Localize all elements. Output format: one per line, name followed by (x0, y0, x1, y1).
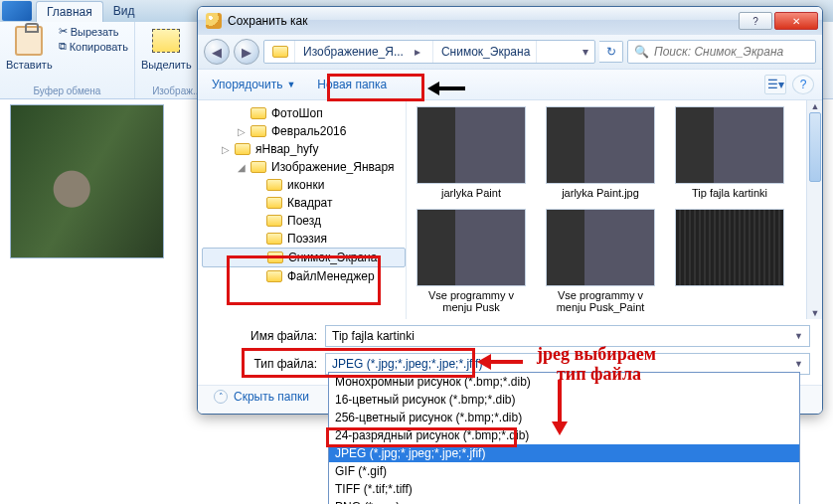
dialog-titlebar[interactable]: Сохранить как ? ✕ (198, 7, 822, 35)
folder-icon (266, 233, 282, 245)
file-thumbnail[interactable]: jarlyka Paint (413, 106, 530, 199)
tree-item[interactable]: Поезд (202, 212, 406, 230)
scroll-thumb[interactable] (809, 112, 821, 182)
tree-item[interactable]: ФотоШоп (202, 104, 406, 122)
search-input[interactable] (654, 45, 809, 59)
tree-item-label: Поезд (287, 214, 321, 228)
thumbnail-image (546, 209, 655, 286)
tree-item-label: яНвар_hyfy (255, 142, 318, 156)
folder-icon (266, 270, 282, 282)
cut-button[interactable]: ✂Вырезать (59, 25, 128, 38)
tree-item[interactable]: Квадрат (202, 194, 406, 212)
tree-item[interactable]: ФайлМенеджер (202, 267, 406, 285)
filetype-value: JPEG (*.jpg;*.jpeg;*.jpe;*.jfif) (332, 357, 482, 371)
paste-button[interactable]: Вставить (6, 25, 53, 71)
filetype-option[interactable]: PNG (*.png) (329, 498, 799, 504)
folder-icon (250, 125, 266, 137)
filetype-label: Тип файла: (238, 357, 317, 371)
paint-canvas-image[interactable] (10, 104, 164, 258)
chevron-up-icon: ˄ (214, 390, 228, 404)
hide-folders-label: Скрыть папки (234, 390, 309, 404)
folder-icon (250, 161, 266, 173)
file-thumbnail[interactable]: jarlyka Paint.jpg (542, 106, 659, 199)
refresh-icon: ↻ (606, 45, 616, 59)
tree-item[interactable]: Поэзия (202, 230, 406, 248)
file-thumbnail[interactable]: Tip fajla kartinki (671, 106, 788, 199)
clipboard-group-label: Буфер обмена (33, 85, 100, 96)
filetype-option[interactable]: GIF (*.gif) (329, 462, 799, 480)
nav-back-button[interactable]: ◀ (204, 39, 230, 65)
select-button[interactable]: Выделить (141, 25, 192, 71)
breadcrumb-seg-1[interactable]: Изображение_Я... (303, 45, 404, 59)
paint-icon (206, 13, 222, 29)
clipboard-icon (15, 26, 43, 56)
tree-item-label: иконки (287, 178, 324, 192)
search-icon: 🔍 (634, 45, 649, 59)
chevron-down-icon[interactable]: ▼ (794, 331, 803, 341)
thumbnail-label: Vse programmy v menju Pusk (413, 289, 530, 313)
tree-item-label: Поэзия (287, 232, 327, 246)
copy-icon: ⧉ (59, 40, 67, 53)
tree-item[interactable]: ▷яНвар_hyfy (202, 140, 406, 158)
file-thumbnail[interactable]: Vse programmy v menju Pusk (413, 209, 530, 313)
new-folder-button[interactable]: Новая папка (311, 75, 393, 94)
file-thumbnail-pane[interactable]: jarlyka Paintjarlyka Paint.jpgTip fajla … (407, 100, 822, 319)
folder-tree[interactable]: ФотоШоп▷Февраль2016▷яНвар_hyfy◢Изображен… (198, 100, 407, 319)
tree-item-label: ФайлМенеджер (287, 269, 375, 283)
image-group-label: Изображ... (152, 85, 201, 96)
chevron-down-icon[interactable]: ▼ (794, 359, 803, 369)
select-icon (152, 29, 180, 53)
dialog-body: ФотоШоп▷Февраль2016▷яНвар_hyfy◢Изображен… (198, 100, 822, 319)
file-thumbnail[interactable]: Vse programmy v menju Pusk_Paint (542, 209, 659, 313)
tree-item-label: ФотоШоп (271, 106, 323, 120)
filename-label: Имя файла: (238, 329, 317, 343)
help-button[interactable]: ? (739, 12, 772, 30)
paint-tab-home[interactable]: Главная (36, 1, 103, 22)
annotation-arrow-filetype (477, 354, 525, 370)
paint-tab-view[interactable]: Вид (103, 1, 145, 21)
tree-item-label: Квадрат (287, 196, 333, 210)
scissors-icon: ✂ (59, 25, 68, 38)
breadcrumb-seg-2[interactable]: Снимок_Экрана (441, 45, 530, 59)
ribbon-group-clipboard: Вставить ✂Вырезать ⧉Копировать Буфер обм… (0, 22, 135, 98)
breadcrumb-dropdown[interactable]: ▾ (577, 45, 594, 59)
scroll-down-icon[interactable]: ▼ (807, 307, 822, 319)
filetype-option[interactable]: TIFF (*.tif;*.tiff) (329, 480, 799, 498)
filetype-option[interactable]: JPEG (*.jpg;*.jpeg;*.jpe;*.jfif) (329, 444, 799, 462)
tree-item[interactable]: иконки (202, 176, 406, 194)
refresh-button[interactable]: ↻ (599, 41, 623, 63)
folder-icon (272, 46, 288, 58)
close-button[interactable]: ✕ (774, 12, 818, 30)
hide-folders-toggle[interactable]: ˄ Скрыть папки (214, 390, 309, 404)
view-mode-button[interactable]: ☰▾ (764, 75, 786, 94)
thumbnail-label: Vse programmy v menju Pusk_Paint (542, 289, 659, 313)
paint-app-menu[interactable] (2, 1, 32, 21)
dialog-toolbar: Упорядочить▼ Новая папка ☰▾ ? (198, 69, 822, 100)
organize-button[interactable]: Упорядочить▼ (206, 75, 301, 94)
thumbnail-image (675, 209, 784, 286)
tree-item-label: Изображение_Января (271, 160, 395, 174)
tree-item[interactable]: Снимок_Экрана (202, 248, 406, 267)
folder-icon (267, 252, 283, 263)
dialog-title: Сохранить как (228, 14, 307, 28)
nav-forward-button[interactable]: ▶ (234, 39, 259, 65)
tree-item[interactable]: ◢Изображение_Января (202, 158, 406, 176)
file-thumbnail[interactable] (671, 209, 788, 313)
breadcrumb[interactable]: Изображение_Я...▸ Снимок_Экрана ▾ (263, 40, 595, 64)
select-label: Выделить (141, 59, 192, 71)
thumbnail-image (416, 106, 526, 184)
folder-icon (266, 197, 282, 209)
folder-icon (266, 215, 282, 227)
annotation-arrow-newfolder (427, 82, 467, 95)
scroll-up-icon[interactable]: ▲ (807, 100, 822, 112)
tree-item[interactable]: ▷Февраль2016 (202, 122, 406, 140)
thumbnail-scrollbar[interactable]: ▲ ▼ (806, 100, 822, 319)
copy-button[interactable]: ⧉Копировать (59, 40, 128, 53)
thumbnail-image (546, 106, 655, 184)
search-box[interactable]: 🔍 (627, 40, 816, 64)
paste-label: Вставить (6, 59, 53, 71)
tree-item-label: Снимок_Экрана (288, 251, 377, 264)
folder-icon (266, 179, 282, 191)
help-icon-button[interactable]: ? (792, 75, 814, 94)
thumbnail-image (675, 106, 784, 184)
